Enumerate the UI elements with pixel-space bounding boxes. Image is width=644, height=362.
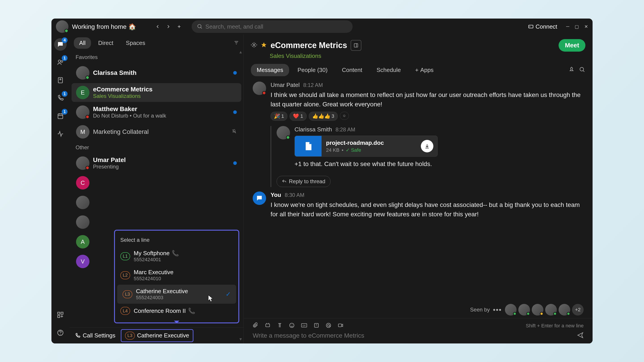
panel-button[interactable] xyxy=(350,40,361,51)
tab-apps[interactable]: +Apps xyxy=(409,64,439,76)
user-avatar[interactable] xyxy=(56,20,68,33)
rail-calls[interactable]: 1 xyxy=(54,92,67,104)
add-button[interactable] xyxy=(175,22,184,31)
seen-dots[interactable]: ••• xyxy=(493,306,502,314)
video-icon[interactable] xyxy=(338,323,344,329)
convo-matthew[interactable]: Matthew Baker Do Not Disturb • Out for a… xyxy=(72,103,241,122)
rail-chat[interactable]: 4 xyxy=(54,38,67,51)
message-umar: Umar Patel 8:12 AM I think we should all… xyxy=(253,81,584,121)
convo-ecommerce[interactable]: E eCommerce Metrics Sales Visualizations xyxy=(72,83,241,102)
attachment[interactable]: project-roadmap.doc 24 KB • ✓Safe xyxy=(294,136,438,157)
search-chat-icon[interactable] xyxy=(579,67,586,74)
line-conference[interactable]: L4 Conference Room II📞 xyxy=(115,304,238,318)
maximize-button[interactable]: ▢ xyxy=(575,24,579,29)
forward-button[interactable] xyxy=(164,22,173,31)
seen-avatar[interactable] xyxy=(505,304,516,316)
convo-clarissa[interactable]: Clarissa Smith xyxy=(72,63,241,82)
seen-avatar[interactable] xyxy=(545,304,557,316)
tab-direct[interactable]: Direct xyxy=(93,37,119,49)
rail-teams[interactable]: 1 xyxy=(54,56,67,69)
muted-icon xyxy=(232,129,237,135)
rail-contacts[interactable] xyxy=(54,74,67,86)
main-content: 4 1 1 1 xyxy=(52,35,592,344)
search-bar[interactable] xyxy=(192,20,353,33)
filter-button[interactable] xyxy=(234,40,239,46)
svg-point-3 xyxy=(58,60,61,62)
svg-point-24 xyxy=(326,323,331,328)
search-icon xyxy=(197,24,203,29)
tab-people[interactable]: People (30) xyxy=(292,64,334,76)
screenshot-icon[interactable] xyxy=(265,323,270,329)
reaction-heart[interactable]: ❤️1 xyxy=(290,112,306,121)
message-you: You 8:30 AM I know we're on tight schedu… xyxy=(253,192,584,219)
seen-avatar[interactable] xyxy=(518,304,530,316)
line-selector-popup: Select a line L1 My Softphone📞 555242400… xyxy=(114,230,239,323)
section-other: Other xyxy=(69,142,244,153)
composer-input[interactable] xyxy=(253,332,572,339)
search-input[interactable] xyxy=(206,23,347,30)
add-reaction[interactable]: ☺ xyxy=(340,112,349,120)
svg-rect-7 xyxy=(58,114,62,119)
reply-thread-button[interactable]: Reply to thread xyxy=(276,176,330,187)
scroll-down-icon[interactable]: ▼ xyxy=(238,337,242,342)
attach-icon[interactable] xyxy=(253,323,258,329)
convo-item-img2[interactable] xyxy=(72,213,241,232)
tab-messages[interactable]: Messages xyxy=(251,64,289,76)
check-icon: ✓ xyxy=(226,291,231,298)
mention-icon[interactable] xyxy=(326,323,332,329)
call-settings-button[interactable]: Call Settings xyxy=(75,332,116,339)
chat-tabs: Messages People (30) Content Schedule +A… xyxy=(244,59,592,76)
minimize-button[interactable]: ─ xyxy=(566,24,569,29)
tab-spaces[interactable]: Spaces xyxy=(120,37,151,49)
rail-apps[interactable] xyxy=(54,309,67,321)
settings-icon[interactable] xyxy=(251,42,257,49)
avatar xyxy=(253,81,266,95)
tab-all[interactable]: All xyxy=(74,37,91,49)
line-marc[interactable]: L2 Marc Executive 5552424010 xyxy=(115,266,238,285)
active-line-chip[interactable]: L3 Catherine Executive xyxy=(121,329,194,342)
composer: GIF Shift + Enter for a new line xyxy=(244,318,592,344)
star-icon[interactable] xyxy=(261,42,267,49)
line-catherine[interactable]: L3 Catherine Executive 5552424003 ✓ xyxy=(117,285,236,304)
calls-badge: 1 xyxy=(62,91,68,97)
svg-rect-26 xyxy=(338,324,342,327)
tab-content[interactable]: Content xyxy=(336,64,368,76)
rail-calendar[interactable]: 1 xyxy=(54,110,67,122)
convo-item-img1[interactable] xyxy=(72,193,241,212)
sidebar: All Direct Spaces ▲ Favorites Clarissa S… xyxy=(69,35,244,344)
rail-activity[interactable] xyxy=(54,128,67,140)
reply-icon xyxy=(282,179,287,184)
download-button[interactable] xyxy=(421,140,433,152)
meet-button[interactable]: Meet xyxy=(558,39,586,52)
bitmoji-icon[interactable] xyxy=(314,323,319,329)
close-button[interactable]: ✕ xyxy=(584,24,588,29)
gif-icon[interactable]: GIF xyxy=(301,323,307,329)
convo-item-c[interactable]: C xyxy=(72,173,241,192)
presence-status[interactable]: Working from home 🏠 xyxy=(72,23,136,30)
seen-more[interactable]: +2 xyxy=(572,304,584,316)
seen-avatar[interactable] xyxy=(532,304,544,316)
tab-schedule[interactable]: Schedule xyxy=(371,64,406,76)
connect-icon xyxy=(528,24,534,29)
handset-icon: 📞 xyxy=(188,308,195,314)
thread-reply: Clarissa Smith 8:28 AM project-roadmap.d… xyxy=(270,126,584,187)
avatar xyxy=(276,126,290,139)
phone-icon xyxy=(75,333,80,339)
pin-icon[interactable] xyxy=(568,67,575,74)
emoji-icon[interactable] xyxy=(289,323,295,329)
convo-umar[interactable]: Umar Patel Presenting xyxy=(72,154,241,173)
send-button[interactable] xyxy=(577,332,584,340)
composer-hint: Shift + Enter for a new line xyxy=(526,323,584,329)
format-icon[interactable] xyxy=(277,323,283,329)
reaction-thumbs[interactable]: 👍👍👍3 xyxy=(309,112,338,121)
chat-title: eCommerce Metrics xyxy=(270,41,347,50)
seen-avatar[interactable] xyxy=(558,304,570,316)
convo-marketing[interactable]: M Marketing Collateral xyxy=(72,122,241,141)
line-my-softphone[interactable]: L1 My Softphone📞 5552424001 xyxy=(115,247,238,266)
scroll-up-icon[interactable]: ▲ xyxy=(238,50,242,54)
rail-help[interactable] xyxy=(54,327,67,339)
back-button[interactable] xyxy=(153,22,162,31)
reaction-tada[interactable]: 🎉1 xyxy=(270,112,287,121)
svg-point-25 xyxy=(328,325,330,327)
connect-button[interactable]: Connect xyxy=(528,23,557,30)
